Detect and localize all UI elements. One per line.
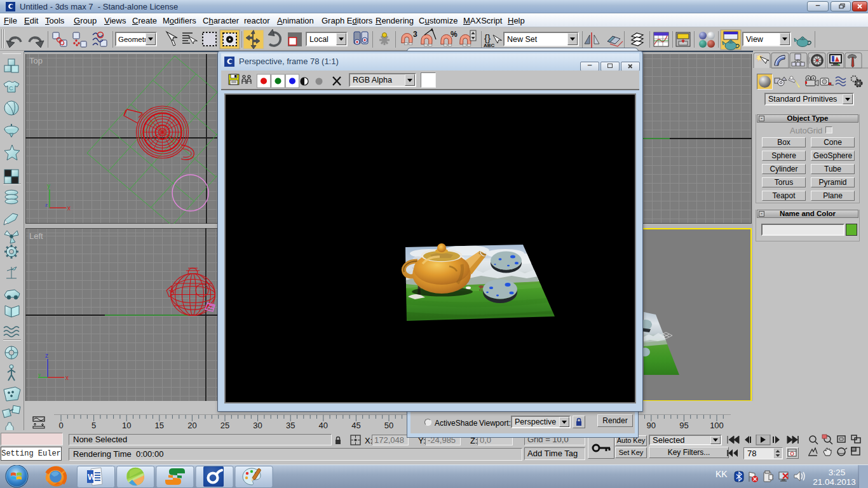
svg-text:5: 5 [92, 421, 96, 430]
svg-text:90: 90 [647, 421, 656, 430]
svg-text:21.04.2013: 21.04.2013 [813, 477, 856, 487]
svg-text:z: z [45, 352, 48, 359]
svg-text:3:25: 3:25 [829, 468, 845, 477]
svg-text:x: x [67, 205, 71, 212]
svg-text:100: 100 [710, 421, 724, 430]
svg-text:z: z [45, 202, 48, 208]
svg-text:30: 30 [253, 421, 262, 430]
svg-text:20: 20 [187, 421, 196, 430]
svg-text:35: 35 [286, 421, 295, 430]
svg-text:95: 95 [679, 421, 688, 430]
svg-text:10: 10 [122, 421, 131, 430]
svg-text:0: 0 [58, 421, 63, 430]
svg-text:40: 40 [319, 421, 328, 430]
svg-text:y: y [47, 182, 50, 189]
svg-text:15: 15 [155, 421, 164, 430]
svg-text:{}: {} [484, 32, 491, 43]
svg-text:x: x [65, 374, 69, 381]
svg-text:45: 45 [351, 421, 360, 430]
svg-text:50: 50 [384, 421, 393, 430]
svg-text:C: C [9, 85, 13, 92]
svg-text:KK: KK [715, 469, 728, 479]
svg-text:3: 3 [413, 30, 417, 39]
svg-text:%: % [451, 30, 458, 39]
svg-text:25: 25 [220, 421, 229, 430]
svg-text:y: y [38, 372, 41, 377]
